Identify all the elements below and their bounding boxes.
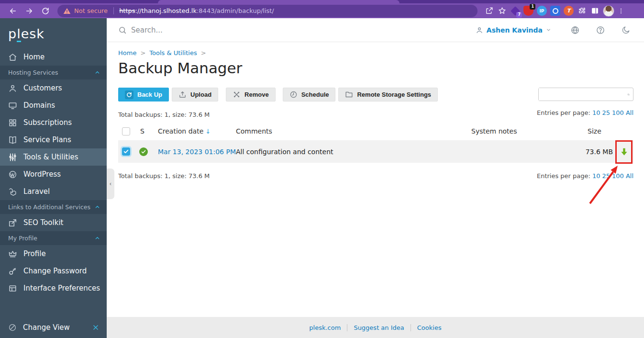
upload-icon <box>178 90 187 99</box>
sidebar-item-service-plans[interactable]: Service Plans <box>0 131 107 148</box>
sidebar-item-subscriptions[interactable]: Subscriptions <box>0 114 107 131</box>
user-menu[interactable]: Ashen Kavinda <box>476 26 551 34</box>
entries-25-link[interactable]: 25 <box>602 172 611 180</box>
main-content: Home > Tools & Utilities > Backup Manage… <box>107 42 644 317</box>
backup-table-row[interactable]: Mar 13, 2023 01:06 PM All configuration … <box>118 141 633 163</box>
sidebar-item-customers[interactable]: Customers <box>0 79 107 97</box>
chevron-down-icon <box>546 27 551 33</box>
plesk-logo[interactable]: plesk <box>0 18 107 48</box>
breadcrumb-tools-link[interactable]: Tools & Utilities <box>149 49 197 56</box>
entries-100-link[interactable]: 100 <box>612 109 624 116</box>
not-secure-label[interactable]: Not secure <box>74 7 108 14</box>
sidebar-section-links-additional[interactable]: Links to Additional Services <box>0 200 107 214</box>
side-panel-icon[interactable] <box>590 6 600 16</box>
row-checkbox-checked[interactable] <box>122 147 130 156</box>
footer-separator <box>347 324 347 331</box>
footer-separator <box>411 324 411 331</box>
chevron-up-icon <box>95 70 100 75</box>
backup-list-search <box>538 88 633 101</box>
breadcrumb-separator: > <box>140 49 145 56</box>
not-secure-warning-icon <box>63 7 71 15</box>
browser-forward-icon[interactable] <box>23 5 35 17</box>
download-backup-icon[interactable] <box>619 147 629 157</box>
entries-all-link[interactable]: All <box>626 109 633 116</box>
sort-descending-icon[interactable]: ↓ <box>205 128 211 135</box>
sidebar-item-laravel[interactable]: Laravel <box>0 183 107 200</box>
bookmark-star-icon[interactable] <box>497 6 507 16</box>
browser-address-bar[interactable]: Not secure https://thanoj.slhosted.lk:84… <box>57 5 477 17</box>
sidebar-item-change-password[interactable]: Change Password <box>0 262 107 280</box>
browser-tab-strip <box>0 0 644 3</box>
total-backups-summary: Total backups: 1, size: 73.6 M <box>118 111 210 118</box>
extension-red-icon[interactable]: 1 <box>523 6 533 16</box>
service-plans-icon <box>8 135 17 145</box>
back-up-icon <box>125 90 133 99</box>
sidebar-item-wordpress[interactable]: WordPress <box>0 166 107 183</box>
remote-storage-settings-button[interactable]: Remote Storage Settings <box>338 88 438 101</box>
sidebar-change-view[interactable]: Change View <box>0 317 107 338</box>
extension-t-icon[interactable]: T <box>564 6 574 16</box>
footer-plesk-link[interactable]: plesk.com <box>309 324 341 331</box>
column-size: Size <box>588 127 601 135</box>
sidebar-section-hosting-services[interactable]: Hosting Services <box>0 66 107 79</box>
sidebar-item-interface-preferences[interactable]: Interface Preferences <box>0 280 107 297</box>
breadcrumb-home-link[interactable]: Home <box>118 49 136 56</box>
interface-preferences-icon <box>8 284 17 293</box>
folder-icon <box>345 90 353 99</box>
browser-menu-icon[interactable] <box>618 6 624 16</box>
search-icon[interactable] <box>627 90 630 99</box>
browser-active-tab[interactable] <box>158 0 400 3</box>
share-icon[interactable] <box>484 6 494 16</box>
help-icon[interactable] <box>596 25 605 35</box>
entries-25-link[interactable]: 25 <box>602 109 611 116</box>
remove-x-icon <box>233 90 241 99</box>
sidebar-collapse-handle[interactable]: ‹ <box>107 169 114 199</box>
extensions-puzzle-icon[interactable] <box>577 6 587 16</box>
select-all-checkbox[interactable] <box>122 127 130 135</box>
annotation-arrow <box>585 163 626 206</box>
backup-list-search-input[interactable] <box>539 88 627 101</box>
search-icon <box>118 26 127 34</box>
sidebar-item-profile[interactable]: Profile <box>0 245 107 262</box>
table-header-row: S Creation date↓ Comments System notes S… <box>118 123 633 141</box>
remove-button[interactable]: Remove <box>226 88 276 101</box>
extension-purple-diamond-icon[interactable]: 7 <box>510 6 520 16</box>
browser-profile-avatar[interactable] <box>603 5 614 17</box>
entries-10-link[interactable]: 10 <box>592 172 600 180</box>
topbar-icons <box>570 25 631 35</box>
entries-per-page: Entries per page:1025100All <box>537 109 633 116</box>
schedule-button[interactable]: Schedule <box>283 88 336 101</box>
home-icon <box>8 53 17 62</box>
sidebar-item-tools-utilities[interactable]: Tools & Utilities <box>0 148 107 166</box>
browser-back-icon[interactable] <box>7 5 19 17</box>
upload-button[interactable]: Upload <box>172 88 218 101</box>
tools-utilities-icon <box>8 153 17 162</box>
sidebar-item-seo-toolkit[interactable]: SEO Toolkit <box>0 214 107 231</box>
browser-reload-icon[interactable] <box>39 5 52 17</box>
backup-comment: All configuration and content <box>236 148 333 156</box>
globe-icon[interactable] <box>570 25 580 35</box>
chevron-up-icon <box>95 204 100 210</box>
entries-all-link[interactable]: All <box>626 172 633 180</box>
close-icon[interactable] <box>92 324 99 331</box>
profile-crown-icon <box>8 249 17 259</box>
backup-date-link[interactable]: Mar 13, 2023 01:06 PM <box>158 148 236 156</box>
sidebar-item-home[interactable]: Home <box>0 48 107 66</box>
sidebar-item-domains[interactable]: Domains <box>0 97 107 114</box>
total-backups-summary-bottom: Total backups: 1, size: 73.6 M <box>118 172 210 180</box>
sidebar-section-my-profile[interactable]: My Profile <box>0 231 107 245</box>
footer-suggest-idea-link[interactable]: Suggest an Idea <box>354 324 404 331</box>
entries-100-link[interactable]: 100 <box>612 172 624 180</box>
clock-icon <box>289 90 298 99</box>
global-search-input[interactable] <box>131 26 322 34</box>
browser-right-icons: 7 1 IP T <box>484 5 624 17</box>
entries-10-link[interactable]: 10 <box>592 109 600 116</box>
extension-ip-icon[interactable]: IP <box>537 6 547 16</box>
customers-icon <box>8 84 17 93</box>
page-url[interactable]: https://thanoj.slhosted.lk:8443/admin/ba… <box>119 7 274 14</box>
footer-cookies-link[interactable]: Cookies <box>417 324 442 331</box>
laravel-icon <box>8 187 17 196</box>
back-up-button[interactable]: Back Up <box>118 88 169 101</box>
extension-o-icon[interactable] <box>550 6 560 16</box>
dark-mode-moon-icon[interactable] <box>621 25 631 35</box>
